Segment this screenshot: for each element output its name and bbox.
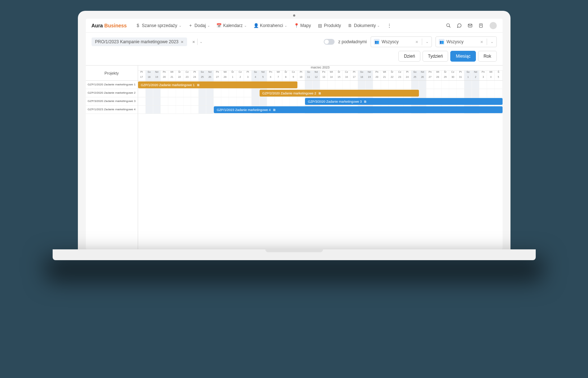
- gantt-bar[interactable]: GZP/1/2023 Zadanie marketingowe 4🗎: [214, 106, 502, 113]
- filter-dropdown-icon[interactable]: ⌄: [200, 40, 203, 44]
- clear-filter-icon[interactable]: ✕: [192, 40, 195, 44]
- grid-cell: [168, 89, 176, 97]
- project-row[interactable]: GZP/1/2023 Zadanie marketingowe 4: [86, 106, 138, 114]
- nav-label: Dodaj: [195, 23, 206, 28]
- day-name-cell: Pt: [404, 71, 411, 76]
- day-name-cell: Wt: [328, 71, 335, 76]
- nav-icon: $: [136, 23, 141, 28]
- grid-cell: [214, 97, 221, 105]
- grid-cell: [146, 89, 153, 97]
- bar-label: GZP/1/2020 Zadanie marketingowe 1: [141, 83, 195, 87]
- grid-cell: [313, 81, 320, 89]
- nav-szanse-sprzedaży[interactable]: $Szanse sprzedaży⌄: [133, 22, 185, 30]
- grid-cell: [464, 89, 472, 97]
- project-row[interactable]: GZP/2/2020 Zadanie marketingowe 2: [86, 89, 138, 97]
- project-filter-chip[interactable]: PRO/1/2023 Kampanie marketingowe 2023 ✕: [92, 37, 187, 46]
- project-row[interactable]: GZP/1/2020 Zadanie marketingowe 1: [86, 81, 138, 89]
- nav-kalendarz[interactable]: 📅Kalendarz⌄: [214, 22, 250, 30]
- view-day-button[interactable]: Dzień: [398, 51, 420, 62]
- gantt-bar[interactable]: GZP/2/2020 Zadanie marketingowe 2🗎: [260, 90, 419, 97]
- month-label: marzec 2023: [138, 66, 503, 71]
- day-name-cell: Pn: [426, 71, 434, 76]
- clear-select-icon[interactable]: ✕: [480, 40, 483, 44]
- day-num-cell: 17: [350, 76, 358, 80]
- clipboard-icon[interactable]: [478, 22, 484, 29]
- grid-cell: [138, 97, 146, 105]
- chevron-down-icon: ⌄: [377, 24, 380, 27]
- nav-mapy[interactable]: 📍Mapy: [291, 22, 314, 30]
- day-num-cell: 1: [229, 76, 236, 80]
- gantt-timeline[interactable]: marzec 2023 PtSoNdPnWtŚrCzPtSoNdPnWtŚrCz…: [138, 66, 503, 249]
- day-num-cell: 3: [479, 76, 487, 80]
- grid-cell: [373, 81, 381, 89]
- day-num-cell: 28: [221, 76, 229, 80]
- gantt-bar[interactable]: GZP/1/2020 Zadanie marketingowe 1🗎: [138, 81, 297, 88]
- grid-cell: [252, 89, 259, 97]
- day-name-cell: So: [199, 71, 206, 76]
- nav-kontrahenci[interactable]: 👤Kontrahenci⌄: [251, 22, 290, 30]
- view-switcher: Dzień Tydzień Miesiąc Rok: [393, 51, 502, 65]
- chevron-down-icon: ⌄: [426, 40, 429, 44]
- search-icon[interactable]: [445, 22, 452, 29]
- day-name-cell: Ś: [495, 71, 502, 76]
- day-num-cell: 19: [153, 76, 161, 80]
- grid-cell: [161, 89, 168, 97]
- grid-cell: [411, 81, 419, 89]
- day-num-cell: 2: [472, 76, 479, 80]
- grid-cell: [472, 81, 479, 89]
- grid-cell: [161, 106, 168, 114]
- nav-dokumenty[interactable]: 🗎Dokumenty⌄: [345, 22, 383, 30]
- day-num-cell: 28: [434, 76, 442, 80]
- grid-cell: [495, 81, 502, 89]
- day-name-cell: Wt: [221, 71, 229, 76]
- project-row[interactable]: GZP/3/2020 Zadanie marketingowe 3: [86, 97, 138, 106]
- gantt-chart: Projekty GZP/1/2020 Zadanie marketingowe…: [86, 65, 503, 249]
- day-name-cell: Śr: [229, 71, 236, 76]
- grid-cell: [479, 81, 487, 89]
- user-select-1[interactable]: 👥 Wszyscy ✕ ⌄: [371, 36, 432, 47]
- grid-cell: [275, 97, 282, 105]
- chevron-down-icon: ⌄: [244, 24, 247, 27]
- day-num-cell: 8: [282, 76, 290, 80]
- day-name-cell: Pt: [244, 71, 252, 76]
- nav-label: Produkty: [324, 23, 341, 28]
- view-year-button[interactable]: Rok: [478, 51, 496, 62]
- grid-cell: [320, 81, 328, 89]
- subordinates-toggle[interactable]: [324, 39, 335, 45]
- app-logo: Aura Business: [92, 23, 127, 28]
- nav-label: Mapy: [300, 23, 311, 28]
- grid-cell: [404, 81, 411, 89]
- grid-cell: [464, 81, 472, 89]
- chip-remove-icon[interactable]: ✕: [181, 40, 184, 44]
- day-name-cell: Pt: [350, 71, 358, 76]
- grid-cell: [297, 97, 305, 105]
- user-select-2[interactable]: 👥 Wszyscy ✕ ⌄: [436, 36, 497, 47]
- chat-icon[interactable]: [456, 22, 463, 29]
- grid-cell: [184, 106, 191, 114]
- day-num-cell: 26: [419, 76, 426, 80]
- grid-cell: [191, 106, 199, 114]
- day-num-cell: 23: [396, 76, 404, 80]
- view-week-button[interactable]: Tydzień: [423, 51, 448, 62]
- day-name-cell: Nd: [206, 71, 214, 76]
- day-num-cell: 21: [168, 76, 176, 80]
- day-name-cell: Cz: [290, 71, 297, 76]
- grid-cell: [199, 97, 206, 105]
- grid-cell: [146, 106, 153, 114]
- grid-cell: [335, 81, 343, 89]
- mail-icon[interactable]: [467, 22, 473, 29]
- more-menu-icon[interactable]: ⋮: [386, 22, 393, 29]
- grid-cell: [244, 97, 252, 105]
- day-name-cell: Nd: [472, 71, 479, 76]
- bar-label: GZP/3/2020 Zadanie marketingowe 3: [308, 100, 362, 103]
- nav-produkty[interactable]: ▤Produkty: [314, 22, 344, 30]
- grid-cell: [229, 97, 236, 105]
- grid-cell: [426, 81, 434, 89]
- day-num-cell: 5: [260, 76, 267, 80]
- view-month-button[interactable]: Miesiąc: [450, 51, 476, 62]
- gantt-bar[interactable]: GZP/3/2020 Zadanie marketingowe 3🗎: [305, 98, 503, 105]
- user-avatar[interactable]: [490, 22, 497, 29]
- nav-dodaj[interactable]: +Dodaj⌄: [185, 22, 213, 30]
- grid-cell: [176, 97, 184, 105]
- clear-select-icon[interactable]: ✕: [415, 40, 418, 44]
